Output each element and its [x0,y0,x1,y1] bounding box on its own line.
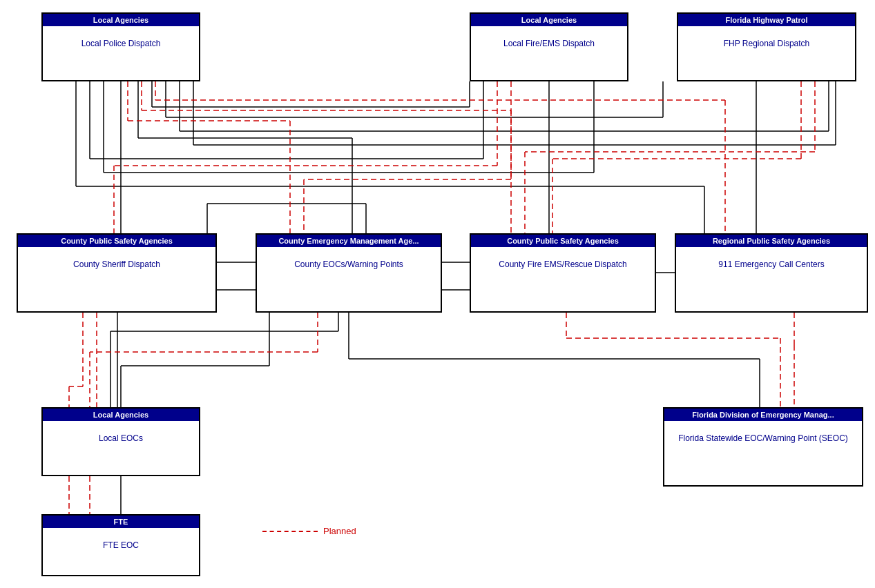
node-fte-eoc-header: FTE [43,516,199,528]
node-county-sheriff-header: County Public Safety Agencies [18,235,215,247]
node-fhp-body: FHP Regional Dispatch [678,26,855,61]
node-fl-seoc: Florida Division of Emergency Manag... F… [663,407,863,487]
diagram-container: Local Agencies Local Police Dispatch Loc… [0,0,875,588]
node-fhp-header: Florida Highway Patrol [678,14,855,26]
node-local-police-header: Local Agencies [43,14,199,26]
node-regional-911-header: Regional Public Safety Agencies [676,235,867,247]
legend: Planned [262,526,356,536]
node-local-fire-body: Local Fire/EMS Dispatch [471,26,627,61]
node-local-eocs-body: Local EOCs [43,421,199,455]
legend-line [262,531,318,532]
node-fte-eoc: FTE FTE EOC [41,514,200,576]
node-local-fire: Local Agencies Local Fire/EMS Dispatch [470,12,628,81]
node-local-police-body: Local Police Dispatch [43,26,199,61]
node-regional-911: Regional Public Safety Agencies 911 Emer… [675,233,868,313]
node-fte-eoc-body: FTE EOC [43,528,199,562]
legend-label: Planned [323,526,356,536]
node-regional-911-body: 911 Emergency Call Centers [676,247,867,282]
node-county-fire: County Public Safety Agencies County Fir… [470,233,656,313]
node-fl-seoc-body: Florida Statewide EOC/Warning Point (SEO… [664,421,862,455]
node-local-police: Local Agencies Local Police Dispatch [41,12,200,81]
node-county-eoc-body: County EOCs/Warning Points [257,247,441,282]
node-county-eoc: County Emergency Management Age... Count… [256,233,442,313]
node-local-fire-header: Local Agencies [471,14,627,26]
node-county-eoc-header: County Emergency Management Age... [257,235,441,247]
node-fhp: Florida Highway Patrol FHP Regional Disp… [677,12,856,81]
node-county-fire-header: County Public Safety Agencies [471,235,655,247]
node-county-fire-body: County Fire EMS/Rescue Dispatch [471,247,655,282]
node-local-eocs-header: Local Agencies [43,409,199,421]
node-county-sheriff-body: County Sheriff Dispatch [18,247,215,282]
node-local-eocs: Local Agencies Local EOCs [41,407,200,476]
node-county-sheriff: County Public Safety Agencies County She… [17,233,217,313]
node-fl-seoc-header: Florida Division of Emergency Manag... [664,409,862,421]
